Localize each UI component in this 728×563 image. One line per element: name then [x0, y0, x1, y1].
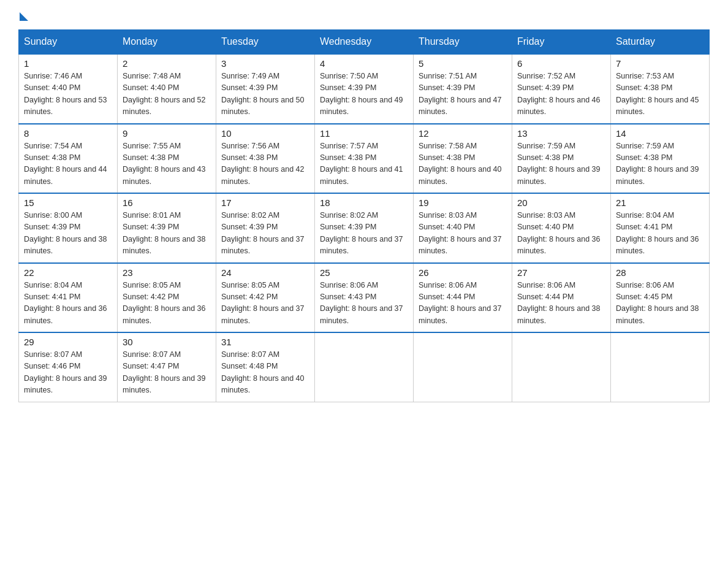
calendar-cell: 29 Sunrise: 8:07 AMSunset: 4:46 PMDaylig…	[19, 332, 118, 402]
day-number: 16	[123, 197, 211, 208]
day-number: 1	[24, 58, 112, 69]
day-info: Sunrise: 8:06 AMSunset: 4:44 PMDaylight:…	[419, 280, 507, 327]
calendar-cell: 5 Sunrise: 7:51 AMSunset: 4:39 PMDayligh…	[414, 54, 512, 124]
calendar-week-row: 29 Sunrise: 8:07 AMSunset: 4:46 PMDaylig…	[19, 332, 710, 402]
calendar-cell: 10 Sunrise: 7:56 AMSunset: 4:38 PMDaylig…	[216, 124, 315, 194]
day-number: 23	[123, 267, 211, 278]
calendar-cell: 11 Sunrise: 7:57 AMSunset: 4:38 PMDaylig…	[315, 124, 414, 194]
day-number: 19	[419, 197, 507, 208]
day-info: Sunrise: 7:49 AMSunset: 4:39 PMDaylight:…	[221, 71, 309, 118]
day-info: Sunrise: 7:48 AMSunset: 4:40 PMDaylight:…	[123, 71, 211, 118]
calendar-cell: 14 Sunrise: 7:59 AMSunset: 4:38 PMDaylig…	[611, 124, 710, 194]
weekday-header-thursday: Thursday	[414, 30, 512, 55]
day-info: Sunrise: 7:56 AMSunset: 4:38 PMDaylight:…	[221, 140, 309, 188]
day-info: Sunrise: 8:03 AMSunset: 4:40 PMDaylight:…	[419, 210, 507, 258]
day-number: 25	[320, 267, 408, 278]
day-number: 26	[419, 267, 507, 278]
day-info: Sunrise: 7:50 AMSunset: 4:39 PMDaylight:…	[320, 71, 408, 118]
calendar-cell: 8 Sunrise: 7:54 AMSunset: 4:38 PMDayligh…	[19, 124, 118, 194]
logo-triangle-icon	[20, 12, 28, 21]
day-number: 17	[221, 197, 309, 208]
day-number: 18	[320, 197, 408, 208]
day-number: 13	[517, 128, 605, 139]
page-header	[18, 12, 710, 17]
calendar-cell: 7 Sunrise: 7:53 AMSunset: 4:38 PMDayligh…	[611, 54, 710, 124]
day-info: Sunrise: 7:59 AMSunset: 4:38 PMDaylight:…	[517, 140, 605, 188]
weekday-header-row: SundayMondayTuesdayWednesdayThursdayFrid…	[19, 30, 710, 55]
day-number: 15	[24, 197, 112, 208]
day-number: 10	[221, 128, 309, 139]
calendar-cell: 24 Sunrise: 8:05 AMSunset: 4:42 PMDaylig…	[216, 263, 315, 333]
calendar-cell: 26 Sunrise: 8:06 AMSunset: 4:44 PMDaylig…	[414, 263, 512, 333]
day-number: 29	[24, 337, 112, 347]
day-info: Sunrise: 8:05 AMSunset: 4:42 PMDaylight:…	[221, 280, 309, 327]
day-number: 24	[221, 267, 309, 278]
calendar-cell: 2 Sunrise: 7:48 AMSunset: 4:40 PMDayligh…	[118, 54, 216, 124]
calendar-cell: 17 Sunrise: 8:02 AMSunset: 4:39 PMDaylig…	[216, 193, 315, 263]
day-info: Sunrise: 8:02 AMSunset: 4:39 PMDaylight:…	[221, 210, 309, 258]
calendar-cell: 27 Sunrise: 8:06 AMSunset: 4:44 PMDaylig…	[512, 263, 611, 333]
day-info: Sunrise: 7:53 AMSunset: 4:38 PMDaylight:…	[616, 71, 704, 118]
day-info: Sunrise: 7:59 AMSunset: 4:38 PMDaylight:…	[616, 140, 704, 188]
calendar-cell: 18 Sunrise: 8:02 AMSunset: 4:39 PMDaylig…	[315, 193, 414, 263]
calendar-cell: 6 Sunrise: 7:52 AMSunset: 4:39 PMDayligh…	[512, 54, 611, 124]
day-number: 11	[320, 128, 408, 139]
calendar-week-row: 1 Sunrise: 7:46 AMSunset: 4:40 PMDayligh…	[19, 54, 710, 124]
weekday-header-tuesday: Tuesday	[216, 30, 315, 55]
day-number: 22	[24, 267, 112, 278]
day-info: Sunrise: 8:01 AMSunset: 4:39 PMDaylight:…	[123, 210, 211, 258]
calendar-cell: 15 Sunrise: 8:00 AMSunset: 4:39 PMDaylig…	[19, 193, 118, 263]
day-number: 30	[123, 337, 211, 347]
weekday-header-sunday: Sunday	[19, 30, 118, 55]
day-number: 4	[320, 58, 408, 69]
day-info: Sunrise: 8:07 AMSunset: 4:46 PMDaylight:…	[24, 349, 112, 397]
calendar-cell: 19 Sunrise: 8:03 AMSunset: 4:40 PMDaylig…	[414, 193, 512, 263]
calendar-cell	[414, 332, 512, 402]
day-number: 28	[616, 267, 704, 278]
day-number: 3	[221, 58, 309, 69]
calendar-cell: 4 Sunrise: 7:50 AMSunset: 4:39 PMDayligh…	[315, 54, 414, 124]
day-number: 7	[616, 58, 704, 69]
calendar-cell: 25 Sunrise: 8:06 AMSunset: 4:43 PMDaylig…	[315, 263, 414, 333]
calendar-cell: 23 Sunrise: 8:05 AMSunset: 4:42 PMDaylig…	[118, 263, 216, 333]
day-info: Sunrise: 8:00 AMSunset: 4:39 PMDaylight:…	[24, 210, 112, 258]
calendar-cell: 16 Sunrise: 8:01 AMSunset: 4:39 PMDaylig…	[118, 193, 216, 263]
day-number: 21	[616, 197, 704, 208]
day-info: Sunrise: 8:04 AMSunset: 4:41 PMDaylight:…	[24, 280, 112, 327]
calendar-week-row: 15 Sunrise: 8:00 AMSunset: 4:39 PMDaylig…	[19, 193, 710, 263]
day-info: Sunrise: 8:02 AMSunset: 4:39 PMDaylight:…	[320, 210, 408, 258]
calendar-table: SundayMondayTuesdayWednesdayThursdayFrid…	[18, 29, 710, 402]
day-info: Sunrise: 8:03 AMSunset: 4:40 PMDaylight:…	[517, 210, 605, 258]
day-info: Sunrise: 7:52 AMSunset: 4:39 PMDaylight:…	[517, 71, 605, 118]
day-info: Sunrise: 8:06 AMSunset: 4:44 PMDaylight:…	[517, 280, 605, 327]
day-info: Sunrise: 8:06 AMSunset: 4:45 PMDaylight:…	[616, 280, 704, 327]
day-info: Sunrise: 8:07 AMSunset: 4:47 PMDaylight:…	[123, 349, 211, 397]
calendar-cell	[315, 332, 414, 402]
day-info: Sunrise: 7:58 AMSunset: 4:38 PMDaylight:…	[419, 140, 507, 188]
day-number: 27	[517, 267, 605, 278]
day-info: Sunrise: 7:51 AMSunset: 4:39 PMDaylight:…	[419, 71, 507, 118]
calendar-cell: 12 Sunrise: 7:58 AMSunset: 4:38 PMDaylig…	[414, 124, 512, 194]
calendar-cell: 28 Sunrise: 8:06 AMSunset: 4:45 PMDaylig…	[611, 263, 710, 333]
day-info: Sunrise: 7:55 AMSunset: 4:38 PMDaylight:…	[123, 140, 211, 188]
day-number: 5	[419, 58, 507, 69]
weekday-header-monday: Monday	[118, 30, 216, 55]
day-info: Sunrise: 8:06 AMSunset: 4:43 PMDaylight:…	[320, 280, 408, 327]
calendar-cell: 30 Sunrise: 8:07 AMSunset: 4:47 PMDaylig…	[118, 332, 216, 402]
calendar-week-row: 8 Sunrise: 7:54 AMSunset: 4:38 PMDayligh…	[19, 124, 710, 194]
calendar-cell: 3 Sunrise: 7:49 AMSunset: 4:39 PMDayligh…	[216, 54, 315, 124]
day-number: 12	[419, 128, 507, 139]
day-number: 6	[517, 58, 605, 69]
calendar-cell: 1 Sunrise: 7:46 AMSunset: 4:40 PMDayligh…	[19, 54, 118, 124]
day-info: Sunrise: 8:07 AMSunset: 4:48 PMDaylight:…	[221, 349, 309, 397]
weekday-header-wednesday: Wednesday	[315, 30, 414, 55]
day-info: Sunrise: 7:54 AMSunset: 4:38 PMDaylight:…	[24, 140, 112, 188]
day-number: 2	[123, 58, 211, 69]
day-number: 14	[616, 128, 704, 139]
calendar-cell	[611, 332, 710, 402]
day-info: Sunrise: 7:57 AMSunset: 4:38 PMDaylight:…	[320, 140, 408, 188]
day-number: 8	[24, 128, 112, 139]
calendar-week-row: 22 Sunrise: 8:04 AMSunset: 4:41 PMDaylig…	[19, 263, 710, 333]
day-number: 20	[517, 197, 605, 208]
calendar-cell: 22 Sunrise: 8:04 AMSunset: 4:41 PMDaylig…	[19, 263, 118, 333]
